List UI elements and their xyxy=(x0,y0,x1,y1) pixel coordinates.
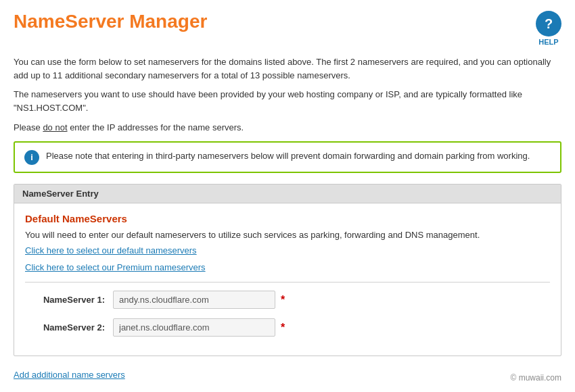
entry-panel-header: NameServer Entry xyxy=(14,185,561,203)
default-ns-desc: You will need to enter our default names… xyxy=(25,228,550,242)
ns1-required-star: * xyxy=(281,294,285,306)
divider xyxy=(25,282,550,283)
description-block: You can use the form below to set namese… xyxy=(14,55,561,134)
nameserver-entry-panel: NameServer Entry Default NameServers You… xyxy=(14,184,561,357)
description-para3: Please do not enter the IP addresses for… xyxy=(14,121,561,134)
help-button[interactable]: ? HELP xyxy=(536,11,561,46)
help-label: HELP xyxy=(538,38,558,46)
ns2-input[interactable] xyxy=(113,318,275,337)
add-servers-link[interactable]: Add additional name servers xyxy=(14,370,125,380)
notice-box: i Please note that entering in third-par… xyxy=(14,141,561,173)
info-icon: i xyxy=(24,150,39,165)
watermark: © muwaii.com xyxy=(510,373,561,383)
page-title: NameServer Manager xyxy=(14,11,207,32)
nameserver-2-row: NameServer 2: * xyxy=(25,318,550,337)
premium-ns-link[interactable]: Click here to select our Premium nameser… xyxy=(25,262,206,272)
page-header: NameServer Manager ? HELP xyxy=(14,11,561,46)
para3-prefix: Please xyxy=(14,122,43,132)
ns1-input[interactable] xyxy=(113,291,275,309)
ns2-required-star: * xyxy=(281,322,285,334)
default-ns-link[interactable]: Click here to select our default nameser… xyxy=(25,245,197,255)
description-para2: The nameservers you want to use should h… xyxy=(14,88,561,115)
para3-suffix: enter the IP addresses for the name serv… xyxy=(68,122,244,132)
default-ns-title: Default NameServers xyxy=(25,213,550,224)
entry-panel-body: Default NameServers You will need to ent… xyxy=(14,203,561,356)
help-icon: ? xyxy=(536,11,561,36)
description-para1: You can use the form below to set namese… xyxy=(14,55,561,82)
ns1-label: NameServer 1: xyxy=(25,295,113,305)
ns2-label: NameServer 2: xyxy=(25,322,113,333)
nameserver-1-row: NameServer 1: * xyxy=(25,291,550,309)
para3-donot: do not xyxy=(43,122,67,132)
notice-text: Please note that entering in third-party… xyxy=(46,149,530,163)
